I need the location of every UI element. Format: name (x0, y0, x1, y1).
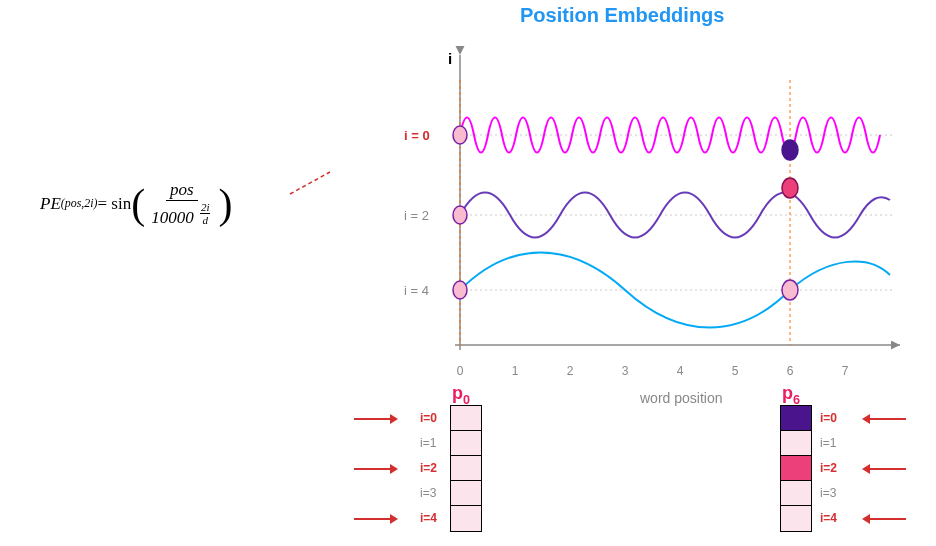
p0-label: p0 (452, 383, 470, 407)
lparen: ( (131, 183, 145, 225)
x-axis-label: word position (640, 390, 723, 406)
wave-label-i4: i = 4 (404, 283, 429, 298)
vector-p0 (450, 405, 482, 532)
marker-p6-i2 (782, 178, 798, 198)
rparen: ) (218, 183, 232, 225)
p0-cell-4 (451, 506, 481, 531)
tick-2: 2 (567, 364, 574, 378)
lhs-main: PE (40, 194, 61, 214)
wave-label-i0: i = 0 (404, 128, 430, 143)
p0-lab-2: i=2 (420, 461, 437, 475)
p6-lab-2: i=2 (820, 461, 837, 475)
tick-7: 7 (842, 364, 849, 378)
lhs-sub: (pos,2i) (61, 196, 98, 211)
tick-3: 3 (622, 364, 629, 378)
main-fraction: pos 10000 2i d (147, 180, 216, 228)
p0-cell-3 (451, 481, 481, 506)
p0-lab-4: i=4 (420, 511, 437, 525)
numerator: pos (166, 180, 198, 201)
marker-p0-i0 (453, 126, 467, 144)
p0-cell-0 (451, 406, 481, 431)
marker-p6-i0 (782, 140, 798, 160)
arrow-p6-i2 (862, 461, 908, 477)
tick-0: 0 (457, 364, 464, 378)
tick-5: 5 (732, 364, 739, 378)
axis-i-label: i (448, 50, 452, 67)
p6-cell-4 (781, 506, 811, 531)
pe-formula: PE (pos,2i) = sin ( pos 10000 2i d ) (40, 180, 232, 228)
arrow-p0-i4 (352, 511, 398, 527)
svg-line-0 (290, 172, 330, 194)
p6-cell-1 (781, 431, 811, 456)
denominator: 10000 2i d (147, 201, 216, 228)
wave-label-i2: i = 2 (404, 208, 429, 223)
p6-lab-1: i=1 (820, 436, 836, 450)
p6-lab-0: i=0 (820, 411, 837, 425)
tick-4: 4 (677, 364, 684, 378)
p6-cell-0 (781, 406, 811, 431)
p6-cell-3 (781, 481, 811, 506)
p6-label: p6 (782, 383, 800, 407)
exponent-marker (290, 172, 334, 194)
arrow-p6-i4 (862, 511, 908, 527)
tick-1: 1 (512, 364, 519, 378)
p6-lab-3: i=3 (820, 486, 836, 500)
p6-lab-4: i=4 (820, 511, 837, 525)
marker-p0-i2 (453, 206, 467, 224)
arrow-p0-i0 (352, 411, 398, 427)
p0-lab-3: i=3 (420, 486, 436, 500)
marker-p0-i4 (453, 281, 467, 299)
p0-lab-0: i=0 (420, 411, 437, 425)
arrow-p6-i0 (862, 411, 908, 427)
marker-p6-i4 (782, 280, 798, 300)
p0-cell-1 (451, 431, 481, 456)
arrow-p0-i2 (352, 461, 398, 477)
waves-chart: i i = 0 i = 2 i = 4 0 1 2 3 4 5 6 7 word… (440, 40, 910, 360)
p0-lab-1: i=1 (420, 436, 436, 450)
p6-cell-2 (781, 456, 811, 481)
eq-sin: = sin (97, 194, 131, 214)
page-title: Position Embeddings (520, 4, 724, 27)
chart-svg (440, 40, 910, 370)
p0-cell-2 (451, 456, 481, 481)
vector-p6 (780, 405, 812, 532)
tick-6: 6 (787, 364, 794, 378)
